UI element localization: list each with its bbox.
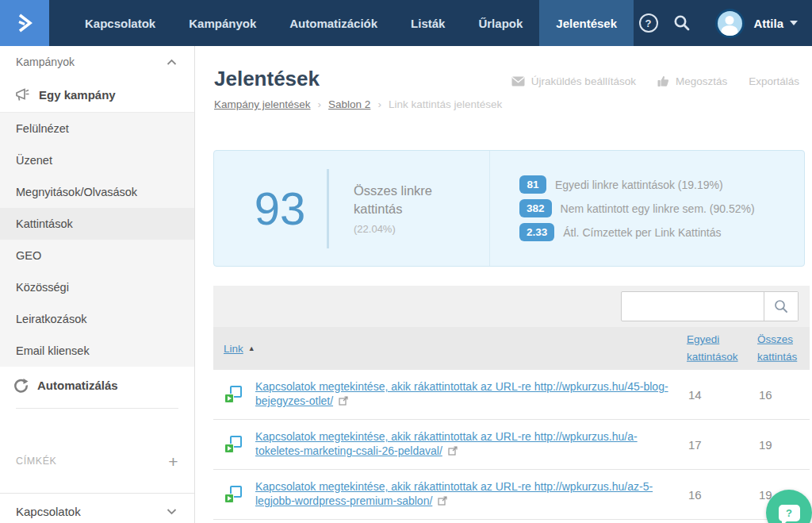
sidebar-item-label: Egy kampány: [39, 88, 116, 102]
chevron-up-icon: [167, 59, 177, 66]
nav-listak[interactable]: Listák: [394, 0, 462, 46]
breadcrumb-current: Link kattintás jelentések: [389, 98, 502, 110]
stat-divider: [327, 169, 329, 248]
stats-panel: 93 Összes linkre kattintás (22.04%) 81 E…: [213, 150, 805, 267]
help-icon[interactable]: ?: [639, 13, 658, 33]
sidebar-section-kapcsolatok[interactable]: Kapcsolatok: [0, 494, 194, 523]
stat-label: Átl. Címzettek per Link Kattintás: [563, 226, 721, 239]
external-link-icon[interactable]: [448, 445, 458, 460]
column-header-link[interactable]: Link: [224, 343, 243, 355]
avatar-silhouette: [726, 16, 734, 25]
nav-kampanyok[interactable]: Kampányok: [172, 0, 273, 46]
sidebar-section-title: Kampányok: [16, 56, 75, 68]
table-toolbar: [213, 286, 810, 327]
table-header: Link▲ Egyedi kattintások Összes kattintá…: [213, 327, 810, 370]
search-submit-button[interactable]: [764, 292, 798, 321]
sidebar-item-megnyitasok[interactable]: Megnyitások/Olvasások: [0, 176, 194, 208]
column-header-unique-clicks[interactable]: Egyedi kattintások: [687, 333, 738, 363]
link-report-url[interactable]: Kapcsolatok megtekintése, akik rákattint…: [255, 380, 668, 407]
chevron-down-icon: [167, 508, 177, 515]
app-logo[interactable]: [0, 0, 49, 46]
stat-label: Nem kattintott egy linkre sem. (90.52%): [561, 202, 755, 215]
total-clicks-label: Összes linkre kattintás: [354, 182, 457, 217]
sidebar-item-leiratkozasok[interactable]: Leiratkozások: [0, 303, 194, 335]
stat-label: Egyedi linkre kattintások (19.19%): [555, 179, 723, 191]
sidebar: Kampányok Egy kampány Felülnézet Üzenet …: [0, 46, 195, 523]
refresh-icon: [13, 378, 29, 393]
search-icon: [773, 298, 789, 314]
external-link-icon[interactable]: [339, 395, 348, 410]
tags-label: CÍMKÉK: [16, 456, 57, 467]
stats-total: 93 Összes linkre kattintás (22.04%): [214, 151, 490, 266]
sidebar-item-uzenet[interactable]: Üzenet: [0, 144, 194, 176]
user-name[interactable]: Attila: [754, 17, 784, 30]
sort-asc-icon[interactable]: ▲: [248, 344, 255, 352]
total-clicks-value: 93: [233, 182, 327, 235]
stat-row-unique-clicks: 81 Egyedi linkre kattintások (19.19%): [519, 175, 804, 194]
contacts-view-icon[interactable]: [224, 386, 242, 403]
envelope-icon: [511, 76, 525, 87]
chevron-down-icon[interactable]: [790, 21, 798, 25]
unique-clicks-value: 14: [688, 388, 720, 402]
page-title: Jelentések: [214, 67, 320, 91]
link-report-url[interactable]: Kapcsolatok megtekintése, akik rákattint…: [255, 480, 653, 507]
search-icon[interactable]: [672, 13, 691, 33]
breadcrumb-kampany-jelentesek[interactable]: Kampány jelentések: [214, 98, 311, 110]
main-content: Jelentések Újraküldés beállítások Megosz…: [195, 46, 812, 523]
sidebar-item-egy-kampany[interactable]: Egy kampány: [0, 78, 194, 112]
external-link-icon[interactable]: [438, 495, 447, 510]
sidebar-item-email-kliensek[interactable]: Email kliensek: [0, 335, 194, 367]
sidebar-item-automatizalas[interactable]: Automatizálás: [0, 367, 194, 403]
search-input[interactable]: [622, 292, 764, 321]
header-actions: Újraküldés beállítások Megosztás Exportá…: [511, 75, 799, 87]
primary-nav: Kapcsolatok Kampányok Automatizációk Lis…: [68, 0, 634, 46]
table-row: Kapcsolatok megtekintése, akik rákattint…: [213, 470, 810, 520]
breadcrumb-separator: ›: [318, 98, 322, 110]
stat-badge: 382: [519, 199, 552, 217]
nav-urlapok[interactable]: Űrlapok: [462, 0, 539, 46]
breadcrumb-separator: ›: [377, 98, 381, 110]
export-button[interactable]: Exportálás: [749, 75, 799, 87]
link-report-url[interactable]: Kapcsolatok megtekintése, akik rákattint…: [255, 430, 638, 457]
table-search: [621, 291, 799, 321]
sidebar-tags-header: CÍMKÉK +: [0, 450, 194, 472]
sidebar-item-felulnezet[interactable]: Felülnézet: [0, 113, 194, 144]
unique-clicks-value: 16: [688, 488, 720, 502]
navbar-right: ? Attila: [639, 0, 812, 46]
contacts-view-icon[interactable]: [224, 486, 242, 503]
nav-automatizaciok[interactable]: Automatizációk: [273, 0, 394, 46]
nav-jelentesek[interactable]: Jelentések: [539, 0, 634, 46]
sidebar-section-kampanyok[interactable]: Kampányok: [0, 46, 194, 78]
thumbs-up-icon: [657, 75, 669, 87]
total-clicks-value: 16: [759, 388, 791, 402]
unique-clicks-value: 17: [688, 438, 720, 452]
top-navbar: Kapcsolatok Kampányok Automatizációk Lis…: [0, 0, 812, 46]
sidebar-item-kattintasok[interactable]: Kattintások: [0, 208, 194, 240]
stats-badges: 81 Egyedi linkre kattintások (19.19%) 38…: [490, 151, 804, 266]
chevron-logo-icon: [11, 10, 38, 37]
table-row: Kapcsolatok megtekintése, akik rákattint…: [213, 370, 810, 420]
total-clicks-percent: (22.04%): [354, 223, 457, 235]
sidebar-report-items: Felülnézet Üzenet Megnyitások/Olvasások …: [0, 112, 194, 367]
megaphone-icon: [15, 88, 30, 102]
column-header-total-clicks[interactable]: Összes kattintás: [757, 333, 797, 363]
links-table: Link▲ Egyedi kattintások Összes kattintá…: [213, 286, 810, 520]
sidebar-item-label: Automatizálás: [37, 379, 118, 392]
resend-settings-button[interactable]: Újraküldés beállítások: [511, 75, 636, 87]
stat-badge: 2.33: [519, 223, 554, 241]
sidebar-item-kozossegi[interactable]: Közösségi: [0, 271, 194, 303]
sidebar-item-geo[interactable]: GEO: [0, 240, 194, 271]
sidebar-section-title: Kapcsolatok: [16, 505, 81, 518]
breadcrumb-sablon-2[interactable]: Sablon 2: [328, 98, 370, 110]
nav-kapcsolatok[interactable]: Kapcsolatok: [68, 0, 172, 46]
add-tag-icon[interactable]: +: [168, 453, 178, 470]
breadcrumb: Kampány jelentések › Sablon 2 › Link kat…: [214, 98, 502, 110]
total-clicks-value: 19: [759, 438, 791, 452]
table-row: Kapcsolatok megtekintése, akik rákattint…: [213, 420, 810, 470]
chat-bubble-icon: ?: [779, 505, 800, 521]
avatar[interactable]: [715, 9, 745, 38]
share-button[interactable]: Megosztás: [657, 75, 727, 87]
stat-row-avg-per-click: 2.33 Átl. Címzettek per Link Kattintás: [519, 223, 804, 241]
contacts-view-icon[interactable]: [224, 436, 242, 453]
sidebar-divider: [16, 408, 178, 409]
